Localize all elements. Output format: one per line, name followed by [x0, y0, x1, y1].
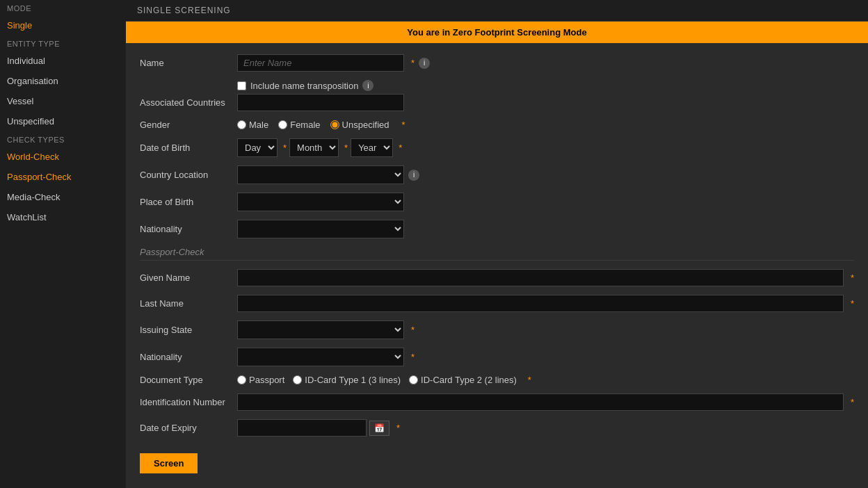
doc-id3-radio[interactable] — [293, 375, 302, 384]
country-location-info-icon[interactable]: i — [408, 170, 419, 181]
place-of-birth-field — [237, 193, 854, 211]
country-location-field: i — [237, 165, 854, 184]
issuing-state-field: * — [237, 320, 854, 339]
page-header: SINGLE SCREENING — [126, 0, 868, 22]
gender-field: Male Female Unspecified * — [237, 120, 854, 130]
given-name-field: * — [237, 269, 854, 286]
doc-id3-option[interactable]: ID-Card Type 1 (3 lines) — [293, 375, 401, 385]
nationality2-required: * — [411, 352, 415, 362]
dob-row: Date of Birth Day * Month * Year * — [140, 138, 854, 157]
name-info-icon[interactable]: i — [419, 58, 430, 69]
passport-section-title: Passport-Check — [140, 247, 854, 261]
doctype-required: * — [528, 375, 531, 385]
dob-year-select[interactable]: Year — [351, 138, 393, 157]
gender-male-option[interactable]: Male — [237, 120, 268, 130]
nationality-select[interactable] — [237, 220, 404, 238]
date-of-expiry-input[interactable] — [237, 419, 367, 437]
name-input[interactable] — [237, 54, 404, 72]
doc-type-options: Passport ID-Card Type 1 (3 lines) ID-Car… — [237, 375, 531, 385]
gender-male-label: Male — [249, 120, 268, 130]
place-of-birth-label: Place of Birth — [140, 197, 237, 207]
dob-label: Date of Birth — [140, 143, 237, 153]
sidebar-item-organisation[interactable]: Organisation — [0, 71, 126, 91]
check-types-section-label: Check Types — [0, 131, 126, 147]
sidebar-item-world-check[interactable]: World-Check — [0, 147, 126, 167]
country-location-row: Country Location i — [140, 165, 854, 184]
last-name-label: Last Name — [140, 298, 237, 309]
associated-countries-input[interactable] — [237, 94, 404, 111]
gender-unspecified-radio[interactable] — [330, 120, 339, 129]
date-expiry-required: * — [396, 423, 400, 433]
doc-id2-option[interactable]: ID-Card Type 2 (2 lines) — [409, 375, 517, 385]
given-name-required: * — [851, 273, 854, 283]
issuing-state-label: Issuing State — [140, 325, 237, 335]
gender-unspecified-label: Unspecified — [342, 120, 389, 130]
date-of-expiry-row: Date of Expiry 📅 * — [140, 419, 854, 437]
nationality2-label: Nationality — [140, 352, 237, 362]
name-row: Name * i — [140, 54, 854, 72]
dob-field: Day * Month * Year * — [237, 138, 854, 157]
given-name-row: Given Name * — [140, 269, 854, 286]
dob-day-required: * — [283, 143, 287, 153]
sidebar-item-unspecified[interactable]: Unspecified — [0, 111, 126, 131]
sidebar-item-media-check[interactable]: Media-Check — [0, 187, 126, 207]
associated-countries-field — [237, 94, 854, 111]
name-input-wrap — [237, 54, 404, 72]
gender-required: * — [401, 120, 405, 130]
given-name-input[interactable] — [237, 269, 844, 286]
name-required: * — [411, 58, 415, 68]
date-of-expiry-field: 📅 * — [237, 419, 854, 437]
last-name-input[interactable] — [237, 295, 844, 312]
last-name-row: Last Name * — [140, 295, 854, 312]
transposition-row: Include name transposition i — [237, 80, 854, 91]
associated-countries-row: Associated Countries — [140, 94, 854, 111]
sidebar-item-watchlist[interactable]: WatchList — [0, 207, 126, 227]
dob-day-select[interactable]: Day — [237, 138, 278, 157]
doc-id2-radio[interactable] — [409, 375, 418, 384]
place-of-birth-select[interactable] — [237, 193, 404, 211]
identification-number-required: * — [851, 397, 854, 407]
calendar-icon[interactable]: 📅 — [369, 421, 389, 436]
transposition-checkbox[interactable] — [237, 81, 246, 90]
identification-number-row: Identification Number * — [140, 393, 854, 411]
dob-month-select[interactable]: Month — [289, 138, 339, 157]
nationality2-select[interactable] — [237, 348, 404, 366]
gender-radio-group: Male Female Unspecified * — [237, 120, 405, 130]
doc-passport-label: Passport — [249, 375, 284, 385]
nationality-label: Nationality — [140, 224, 237, 234]
gender-unspecified-option[interactable]: Unspecified — [330, 120, 389, 130]
main-content: SINGLE SCREENING You are in Zero Footpri… — [126, 0, 868, 488]
form-container: Name * i Include name transposition i As… — [126, 43, 868, 485]
screen-button[interactable]: Screen — [140, 453, 198, 473]
last-name-field: * — [237, 295, 854, 312]
country-location-select[interactable] — [237, 165, 404, 184]
identification-number-input[interactable] — [237, 393, 844, 411]
sidebar-item-passport-check[interactable]: Passport-Check — [0, 167, 126, 187]
nationality-row: Nationality — [140, 220, 854, 238]
document-type-label: Document Type — [140, 375, 237, 385]
name-field: * i — [237, 54, 854, 72]
transposition-info-icon[interactable]: i — [362, 80, 373, 91]
sidebar-item-individual[interactable]: Individual — [0, 51, 126, 71]
gender-male-radio[interactable] — [237, 120, 246, 129]
identification-number-field: * — [237, 393, 854, 411]
doc-passport-radio[interactable] — [237, 375, 246, 384]
country-location-label: Country Location — [140, 170, 237, 180]
sidebar-item-vessel[interactable]: Vessel — [0, 91, 126, 111]
mode-section-label: Mode — [0, 0, 126, 15]
gender-female-option[interactable]: Female — [278, 120, 320, 130]
name-label: Name — [140, 58, 237, 68]
doc-passport-option[interactable]: Passport — [237, 375, 284, 385]
sidebar-item-single[interactable]: Single — [0, 15, 126, 35]
dob-selects: Day * Month * Year * — [237, 138, 402, 157]
nationality2-field: * — [237, 348, 854, 366]
date-expiry-wrap: 📅 — [237, 419, 389, 437]
gender-female-radio[interactable] — [278, 120, 287, 129]
associated-countries-label: Associated Countries — [140, 97, 237, 108]
document-type-row: Document Type Passport ID-Card Type 1 (3… — [140, 375, 854, 385]
doc-id2-label: ID-Card Type 2 (2 lines) — [421, 375, 517, 385]
last-name-required: * — [851, 298, 854, 309]
issuing-state-select[interactable] — [237, 320, 404, 339]
place-of-birth-row: Place of Birth — [140, 193, 854, 211]
doc-id3-label: ID-Card Type 1 (3 lines) — [305, 375, 401, 385]
